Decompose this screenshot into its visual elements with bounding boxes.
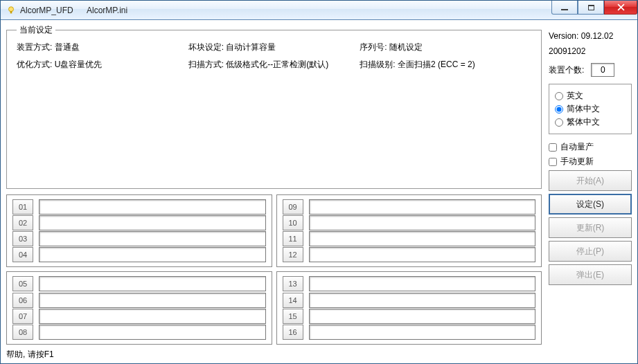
slot-progress-15: [309, 309, 536, 324]
slot-progress-04: [39, 247, 266, 262]
build-date: 20091202: [549, 46, 632, 56]
slot-button-05[interactable]: 05: [12, 276, 33, 291]
client-area: 当前设定 装置方式: 普通盘 坏块设定: 自动计算容量 序列号: 随机设定 优化…: [1, 20, 637, 363]
slot-progress-13: [309, 276, 536, 291]
scanmode-label: 扫描方式:: [188, 60, 227, 69]
serial-label: 序列号:: [360, 42, 389, 52]
slot-group-2: 09 10 11 12: [276, 194, 542, 268]
minimize-button[interactable]: [551, 1, 578, 15]
svg-rect-1: [10, 10, 12, 13]
app-window: AlcorMP_UFD AlcorMP.ini 当前设定 装置方式: 普通盘 坏…: [0, 0, 638, 364]
window-title: AlcorMP_UFD AlcorMP.ini: [20, 6, 127, 15]
slot-progress-01: [39, 199, 266, 215]
current-settings-group: 当前设定 装置方式: 普通盘 坏块设定: 自动计算容量 序列号: 随机设定 优化…: [6, 24, 542, 189]
app-icon: [6, 6, 16, 15]
auto-mp-label: 自动量产: [560, 141, 594, 153]
language-group: 英文 简体中文 繁体中文: [549, 84, 632, 134]
window-controls: [551, 1, 637, 15]
slot-button-04[interactable]: 04: [12, 247, 33, 262]
slot-group-3: 05 06 07 08: [6, 271, 272, 345]
slot-progress-12: [309, 247, 536, 262]
lang-tw-radio[interactable]: [555, 118, 563, 127]
slot-button-08[interactable]: 08: [12, 325, 33, 340]
close-button[interactable]: [604, 1, 637, 15]
eject-button[interactable]: 弹出(E): [549, 264, 632, 285]
scanlevel-value: 全面扫描2 (ECC = 2): [398, 60, 475, 69]
slot-button-10[interactable]: 10: [283, 215, 303, 230]
settings-legend: 当前设定: [17, 24, 55, 36]
lang-cn-radio[interactable]: [555, 105, 563, 113]
badblock-label: 坏块设定:: [188, 42, 227, 52]
optimize-value: U盘容量优先: [55, 60, 103, 69]
slot-progress-10: [309, 215, 536, 230]
slot-button-11[interactable]: 11: [283, 231, 303, 246]
slot-progress-09: [309, 199, 536, 215]
slot-button-13[interactable]: 13: [283, 276, 303, 291]
device-count-label: 装置个数:: [549, 64, 584, 76]
optimize-label: 优化方式:: [17, 60, 55, 69]
slot-progress-03: [39, 231, 266, 246]
lang-en-label: 英文: [567, 90, 583, 102]
scanmode-value: 低级格式化--正常检测(默认): [226, 60, 328, 69]
slot-progress-07: [39, 309, 266, 324]
slot-group-1: 01 02 03 04: [6, 194, 272, 268]
stop-button[interactable]: 停止(P): [549, 241, 632, 262]
help-text: 帮助, 请按F1: [6, 349, 542, 361]
maximize-button[interactable]: [578, 1, 604, 15]
slot-button-15[interactable]: 15: [283, 309, 303, 324]
refresh-button[interactable]: 更新(R): [549, 217, 632, 238]
titlebar: AlcorMP_UFD AlcorMP.ini: [1, 1, 637, 20]
manual-update-checkbox[interactable]: [549, 158, 557, 166]
serial-value: 随机设定: [389, 42, 423, 52]
slot-button-12[interactable]: 12: [283, 247, 303, 262]
slot-button-01[interactable]: 01: [12, 199, 33, 215]
mount-label: 装置方式:: [17, 42, 55, 52]
slot-button-02[interactable]: 02: [12, 215, 33, 230]
lang-en-radio[interactable]: [555, 92, 563, 100]
slot-progress-16: [309, 325, 536, 340]
slot-button-16[interactable]: 16: [283, 325, 303, 340]
start-button[interactable]: 开始(A): [549, 170, 632, 191]
svg-point-0: [9, 6, 14, 11]
slots-area: 01 02 03 04 09 10 11 12 05 06 07: [6, 194, 542, 345]
version-label: Version:: [549, 31, 581, 41]
lang-tw-label: 繁体中文: [567, 116, 600, 128]
slot-button-06[interactable]: 06: [12, 293, 33, 308]
slot-button-09[interactable]: 09: [283, 199, 303, 215]
slot-progress-06: [39, 293, 266, 308]
badblock-value: 自动计算容量: [226, 42, 276, 52]
slot-button-07[interactable]: 07: [12, 309, 33, 324]
version-value: 09.12.02: [581, 31, 614, 41]
scanlevel-label: 扫描级别:: [360, 60, 398, 69]
lang-cn-label: 简体中文: [567, 103, 600, 115]
right-panel: Version: 09.12.02 20091202 装置个数: 0 英文 简体…: [549, 24, 632, 361]
slot-progress-08: [39, 325, 266, 340]
slot-progress-11: [309, 231, 536, 246]
slot-button-14[interactable]: 14: [283, 293, 303, 308]
settings-button[interactable]: 设定(S): [549, 194, 632, 215]
device-count-value: 0: [591, 63, 614, 77]
slot-progress-02: [39, 215, 266, 230]
auto-mp-checkbox[interactable]: [549, 143, 557, 152]
slot-progress-14: [309, 293, 536, 308]
manual-update-label: 手动更新: [560, 156, 594, 167]
mount-value: 普通盘: [55, 42, 80, 52]
slot-button-03[interactable]: 03: [12, 231, 33, 246]
slot-group-4: 13 14 15 16: [276, 271, 542, 345]
slot-progress-05: [39, 276, 266, 291]
